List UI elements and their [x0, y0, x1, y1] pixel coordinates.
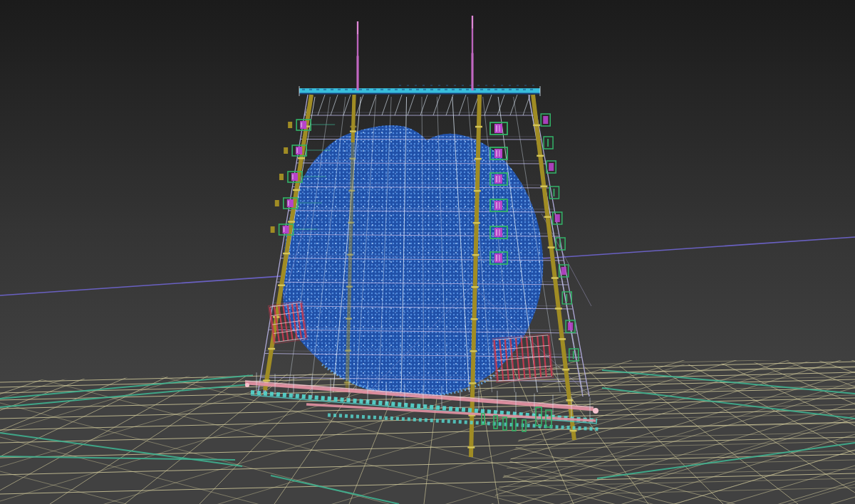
viewport-canvas[interactable] [0, 0, 855, 504]
pink-endcap [245, 383, 249, 387]
viewport-3d[interactable] [0, 0, 855, 504]
pink-endcap [593, 408, 598, 414]
